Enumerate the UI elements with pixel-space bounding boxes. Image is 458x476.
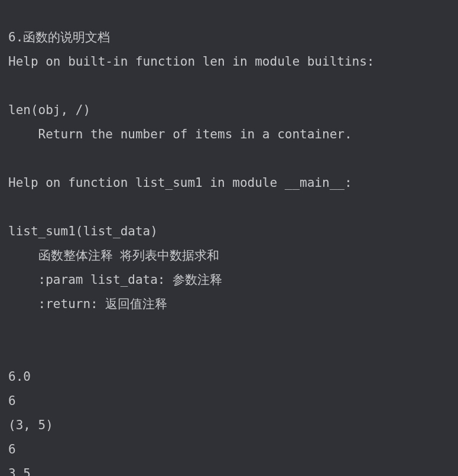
code-line: 6.函数的说明文档: [8, 30, 110, 44]
code-line: 6.0: [8, 370, 31, 384]
code-line: (3, 5): [8, 418, 53, 432]
code-line: :return: 返回值注释: [8, 297, 167, 311]
code-line: 函数整体注释 将列表中数据求和: [8, 248, 219, 263]
code-line: 6: [8, 442, 16, 456]
code-line: Return the number of items in a containe…: [8, 127, 352, 141]
code-output: 6.函数的说明文档 Help on built-in function len …: [0, 0, 458, 476]
code-line: Help on function list_sum1 in module __m…: [8, 176, 352, 190]
code-line: len(obj, /): [8, 103, 90, 117]
code-line: 6: [8, 394, 16, 408]
code-line: Help on built-in function len in module …: [8, 54, 375, 69]
code-line: list_sum1(list_data): [8, 224, 158, 238]
code-line: :param list_data: 参数注释: [8, 273, 222, 287]
code-line: 3 5: [8, 467, 31, 476]
